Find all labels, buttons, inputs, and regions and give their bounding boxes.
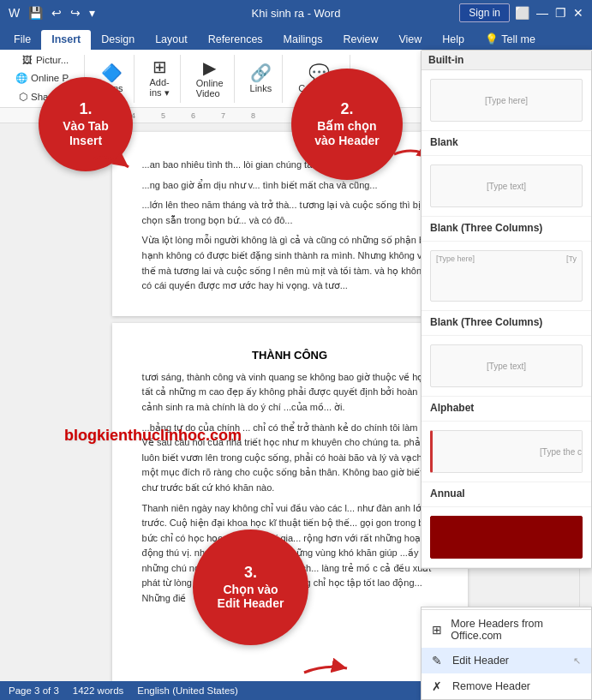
language: English (United States) — [137, 685, 238, 696]
header-option-label-alphabet: Alphabet — [422, 397, 591, 422]
annotation-2-number: 2. — [314, 100, 379, 119]
doc-para-1: tươi sáng, thành công và vinh quang se k… — [142, 370, 438, 416]
annotation-2-text: Bấm chọnvào Header — [314, 119, 379, 148]
title-bar: W 💾 ↩ ↪ ▾ Khi sinh ra - Word Sign in ⬜ —… — [0, 0, 592, 26]
maximize-icon[interactable]: ❐ — [553, 6, 568, 20]
edit-header-item[interactable]: ✎ Edit Header ↖ — [422, 648, 591, 673]
header-preview-three-col1: [Type here] [Ty — [430, 250, 583, 302]
media-group: ⊞ Add-ins ▾ — [140, 55, 181, 103]
more-headers-icon: ⊞ — [432, 623, 444, 637]
context-separator-top — [422, 609, 591, 610]
video-group: ▶ OnlineVideo — [186, 55, 235, 103]
quick-access-toolbar: W 💾 ↩ ↪ ▾ — [7, 6, 97, 20]
edit-header-icon: ✎ — [432, 654, 445, 667]
links-icon: 🔗 — [250, 64, 272, 81]
more-headers-item[interactable]: ⊞ More Headers from Office.com — [422, 612, 591, 648]
header-option-alphabet[interactable]: [Type the c — [422, 422, 591, 482]
context-menu: ⊞ More Headers from Office.com ✎ Edit He… — [421, 607, 592, 700]
links-group: 🔗 Links — [240, 55, 284, 103]
header-option-label-blank: Blank — [422, 131, 591, 156]
icons-icon: 🔷 — [101, 64, 123, 81]
hover-cursor: ↖ — [573, 655, 581, 667]
pictures-button[interactable]: 🖼 Pictur... — [19, 53, 72, 67]
watermark: blogkienthuclinhoc.com — [64, 427, 242, 445]
save-icon[interactable]: 💾 — [27, 6, 45, 20]
header-option-label-three-col2: Blank (Three Columns) — [422, 311, 591, 336]
video-icon: ▶ — [203, 59, 216, 76]
header-panel-title: Built-in — [422, 51, 591, 70]
header-panel: Built-in [Type here] Blank [Type text] B… — [421, 50, 592, 569]
word-logo-icon: W — [7, 6, 21, 20]
window-title: Khi sinh ra - Word — [252, 7, 341, 20]
tab-review[interactable]: Review — [332, 30, 388, 50]
minimize-icon[interactable]: — — [535, 6, 550, 20]
header-option-label-annual: Annual — [422, 482, 591, 507]
header-panel-title-text: Built-in — [428, 54, 463, 66]
tab-tell-me[interactable]: 💡 Tell me — [475, 29, 546, 50]
redo-icon[interactable]: ↪ — [69, 6, 82, 20]
doc-text-2: ...ng bao giờ ẩm dịu như v... tình biết … — [142, 178, 438, 194]
shapes-icon: ⬡ — [19, 91, 27, 103]
illustrations-row: 🖼 Pictur... — [19, 53, 72, 67]
doc-section-title: THÀNH CÔNG — [142, 349, 438, 362]
close-icon[interactable]: ✕ — [571, 6, 585, 20]
header-option-annual[interactable] — [422, 507, 591, 568]
header-option-blank1[interactable]: [Type here] — [422, 70, 591, 131]
tab-layout[interactable]: Layout — [145, 30, 198, 50]
header-preview-alphabet: [Type the c — [430, 430, 583, 473]
header-preview-three-col2: [Type text] — [430, 344, 583, 387]
tab-view[interactable]: View — [388, 30, 432, 50]
remove-header-icon: ✗ — [432, 679, 445, 693]
online-icon: 🌐 — [15, 72, 27, 84]
tab-help[interactable]: Help — [432, 30, 475, 50]
title-bar-right: Sign in ⬜ — ❐ ✕ — [459, 3, 585, 22]
window-title-text: Khi sinh ra - Word — [252, 7, 341, 20]
arrow-3 — [296, 655, 356, 681]
remove-header-item[interactable]: ✗ Remove Header — [422, 673, 591, 699]
undo-icon[interactable]: ↩ — [50, 6, 63, 20]
header-preview-blank1: [Type here] — [430, 79, 583, 122]
addins-icon: ⊞ — [152, 58, 167, 75]
arrow-1 — [86, 150, 137, 176]
picture-icon: 🖼 — [22, 55, 33, 65]
page-info: Page 3 of 3 — [9, 685, 59, 696]
customize-icon[interactable]: ▾ — [87, 6, 97, 20]
annotation-1-number: 1. — [63, 100, 108, 119]
doc-text-3: ...lớn lên theo năm tháng và trở thà... … — [142, 198, 438, 228]
tab-mailings[interactable]: Mailings — [273, 30, 333, 50]
online-video-button[interactable]: ▶ OnlineVideo — [191, 57, 229, 100]
header-preview-annual — [430, 516, 583, 559]
header-preview-blank2: [Type text] — [430, 165, 583, 207]
header-option-three-col1[interactable]: [Type here] [Ty — [422, 242, 591, 311]
tab-design[interactable]: Design — [91, 30, 145, 50]
sign-in-button[interactable]: Sign in — [459, 3, 510, 22]
title-bar-left: W 💾 ↩ ↪ ▾ — [7, 6, 97, 20]
header-option-label-blank2: Blank (Three Columns) — [422, 217, 591, 242]
doc-text-4: Vừa lột lòng mỗi người không là gì cả và… — [142, 233, 438, 293]
annotation-1-text: Vào TabInsert — [63, 119, 108, 148]
tab-file[interactable]: File — [3, 30, 41, 50]
annotation-3-text: Chọn vàoEdit Header — [218, 583, 284, 612]
links-button[interactable]: 🔗 Links — [245, 63, 278, 95]
addins-button[interactable]: ⊞ Add-ins ▾ — [145, 57, 175, 100]
header-option-blank2[interactable]: [Type text] — [422, 156, 591, 217]
tab-insert[interactable]: Insert — [41, 30, 91, 50]
ribbon-display-icon[interactable]: ⬜ — [513, 6, 531, 20]
ribbon-tabs: File Insert Design Layout References Mai… — [0, 26, 592, 50]
tab-references[interactable]: References — [198, 30, 273, 50]
annotation-3: 3. Chọn vàoEdit Header — [193, 529, 308, 645]
header-option-three-col2[interactable]: [Type text] — [422, 336, 591, 397]
annotation-3-number: 3. — [218, 564, 284, 583]
word-count: 1422 words — [73, 685, 123, 696]
